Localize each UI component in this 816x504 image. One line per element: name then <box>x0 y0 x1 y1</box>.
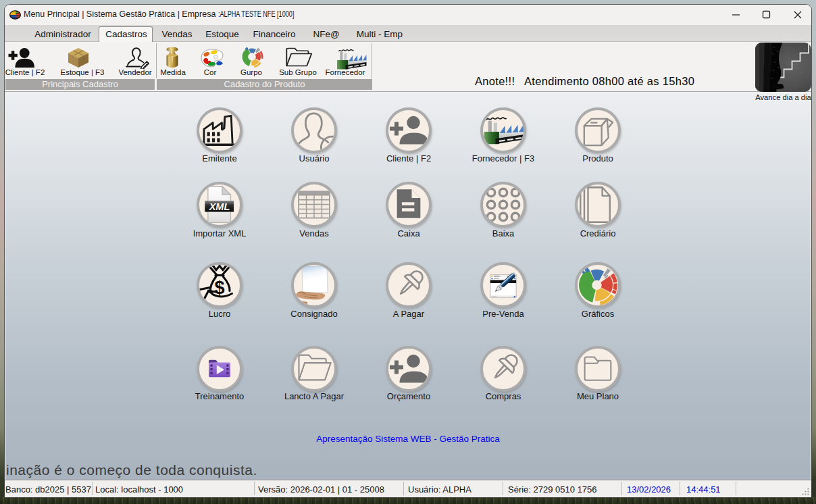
svg-text:XML: XML <box>209 201 230 212</box>
svg-text:$: $ <box>214 278 224 298</box>
